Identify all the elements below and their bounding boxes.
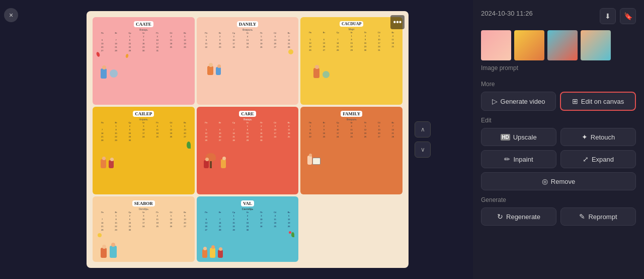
expand-button[interactable]: ⤢ Expand	[560, 150, 636, 168]
nav-down-icon: ∨	[421, 146, 425, 153]
inpaint-icon: ✏	[504, 155, 510, 163]
expand-label: Expand	[592, 156, 614, 163]
card-title-family: FAMILY	[341, 111, 362, 117]
left-bar: ×	[0, 0, 22, 279]
dots-icon: •••	[393, 18, 402, 27]
card-illustration-cacduap	[303, 51, 399, 79]
generate-video-button[interactable]: ▷ Generate video	[481, 92, 556, 111]
cal-grid-cacduap: ПнВтСрЧтПтСбВс 1234 567891011 1213141516…	[303, 31, 399, 51]
canvas-icon: ⊞	[572, 97, 578, 105]
upscale-label: Upscale	[513, 133, 537, 141]
thumbnail-strip	[481, 30, 636, 60]
card-illustration-care	[200, 142, 296, 169]
regenerate-icon: ↻	[497, 213, 503, 221]
nav-down-button[interactable]: ∨	[415, 142, 431, 158]
card-illustration-family	[303, 138, 399, 166]
cal-grid-family: ПнВтСрЧтПтСбВс 1234567 891011121314 1516…	[303, 121, 399, 138]
edit-buttons-grid: HD Upscale ✦ Retouch ✏ Inpaint ⤢ Expand …	[481, 128, 636, 190]
card-title-caate: CAATE	[134, 21, 153, 27]
cal-card-care: CARE Январь ПнВтСрЧтПтСбВс 1234 56789101…	[197, 107, 299, 194]
card-illustration-val	[200, 231, 296, 259]
more-buttons-row: ▷ Generate video ⊞ Edit on canvas	[481, 92, 636, 111]
cal-grid-val: ПнВтСрЧтПтСбВс 12345 6789101112 13141516…	[200, 211, 296, 231]
hd-icon: HD	[501, 134, 510, 141]
inpaint-button[interactable]: ✏ Inpaint	[481, 150, 556, 168]
cal-grid-care: ПнВтСрЧтПтСбВс 1234 567891011 1213141516…	[200, 121, 296, 142]
card-title-seabor: SEABOR	[132, 200, 155, 206]
card-illustration-seabor	[96, 231, 192, 259]
download-icon: ⬇	[605, 12, 611, 20]
generate-buttons-row: ↻ Regenerate ✎ Reprompt	[481, 207, 636, 226]
image-container: ••• CAATE Январь ПнВтСрЧтПтСбВс 12345 67…	[87, 11, 409, 268]
thumb-1[interactable]	[481, 30, 511, 60]
cal-grid-seabor: ПнВтСрЧтПтСбВс 123456 78910111213 141516…	[96, 211, 192, 231]
card-title-care: CARE	[239, 111, 256, 117]
reprompt-icon: ✎	[579, 213, 585, 221]
generate-video-label: Generate video	[501, 98, 545, 105]
regenerate-label: Regenerate	[506, 213, 540, 221]
card-illustration-cailep	[96, 142, 192, 169]
cal-card-family: FAMILY Февраль ПнВтСрЧтПтСбВс 1234567 89…	[300, 107, 403, 194]
remove-button[interactable]: ◎ Remove	[481, 172, 636, 190]
inpaint-label: Inpaint	[513, 156, 533, 163]
cal-card-caate: CAATE Январь ПнВтСрЧтПтСбВс 12345 678910…	[93, 17, 195, 105]
bookmark-button[interactable]: 🔖	[620, 8, 636, 24]
retouch-button[interactable]: ✦ Retouch	[560, 128, 636, 146]
panel-header: 2024-10-30 11:26 ⬇ 🔖	[481, 8, 636, 24]
thumb-3[interactable]	[547, 30, 578, 60]
remove-icon: ◎	[542, 177, 548, 185]
reprompt-label: Reprompt	[588, 213, 617, 221]
nav-arrows: ∧ ∨	[415, 121, 431, 158]
retouch-icon: ✦	[582, 133, 588, 141]
thumb-2-img	[514, 30, 544, 60]
cal-grid-caate: ПнВтСрЧтПтСбВс 12345 6789101112 13141516…	[96, 31, 192, 52]
card-title-cacduap: CACDUAP	[340, 21, 364, 27]
generate-section-label: Generate	[481, 196, 636, 203]
thumb-2[interactable]	[514, 30, 544, 60]
expand-icon: ⤢	[583, 155, 589, 163]
image-menu-button[interactable]: •••	[390, 15, 405, 29]
nav-up-button[interactable]: ∧	[415, 121, 431, 137]
card-title-cailep: CAILEP	[133, 111, 154, 117]
card-title-val: VAL	[241, 200, 254, 206]
cal-grid-cailep: ПнВтСрЧтПтСбВс 123456 78910111213 141516…	[96, 121, 192, 142]
nav-up-icon: ∧	[421, 126, 425, 133]
upscale-button[interactable]: HD Upscale	[481, 128, 556, 146]
remove-label: Remove	[551, 178, 575, 185]
thumb-3-img	[547, 30, 578, 60]
close-icon: ×	[9, 11, 13, 19]
right-panel: 2024-10-30 11:26 ⬇ 🔖 Image prompt More	[473, 0, 644, 279]
image-prompt-label: Image prompt	[481, 64, 636, 72]
timestamp: 2024-10-30 11:26	[481, 10, 533, 17]
header-actions: ⬇ 🔖	[600, 8, 636, 24]
card-illustration-caate	[96, 52, 192, 80]
video-icon: ▷	[492, 97, 498, 105]
thumb-4-img	[581, 30, 611, 60]
edit-section-label: Edit	[481, 117, 636, 124]
edit-on-canvas-label: Edit on canvas	[581, 98, 624, 105]
bookmark-icon: 🔖	[624, 12, 632, 20]
thumb-1-img	[481, 30, 511, 60]
main-area: ••• CAATE Январь ПнВтСрЧтПтСбВс 12345 67…	[22, 0, 473, 279]
cal-card-danily: DANILY Февраль ПнВтСрЧтПтСбВс 1234567 89…	[197, 17, 299, 105]
more-section-label: More	[481, 81, 636, 88]
edit-on-canvas-button[interactable]: ⊞ Edit on canvas	[560, 92, 636, 111]
reprompt-button[interactable]: ✎ Reprompt	[560, 207, 636, 226]
regenerate-button[interactable]: ↻ Regenerate	[481, 207, 556, 226]
thumb-4[interactable]	[581, 30, 611, 60]
cal-card-cailep: CAILEP Апрель ПнВтСрЧтПтСбВс 123456 7891…	[93, 107, 195, 194]
close-button[interactable]: ×	[4, 8, 18, 22]
cal-grid-danily: ПнВтСрЧтПтСбВс 1234567 891011121314 1516…	[200, 31, 296, 48]
card-illustration-danily	[200, 48, 296, 76]
cal-card-cacduap: CACDUAP Март ПнВтСрЧтПтСбВс 1234 5678910…	[300, 17, 403, 105]
retouch-label: Retouch	[591, 133, 615, 141]
card-title-danily: DANILY	[237, 21, 259, 27]
download-button[interactable]: ⬇	[600, 8, 616, 24]
cal-card-seabor: SEABOR Октябрь ПнВтСрЧтПтСбВс 123456 789…	[93, 196, 195, 262]
cal-card-val: VAL Сентябрь ПнВтСрЧтПтСбВс 12345 678910…	[197, 196, 299, 262]
